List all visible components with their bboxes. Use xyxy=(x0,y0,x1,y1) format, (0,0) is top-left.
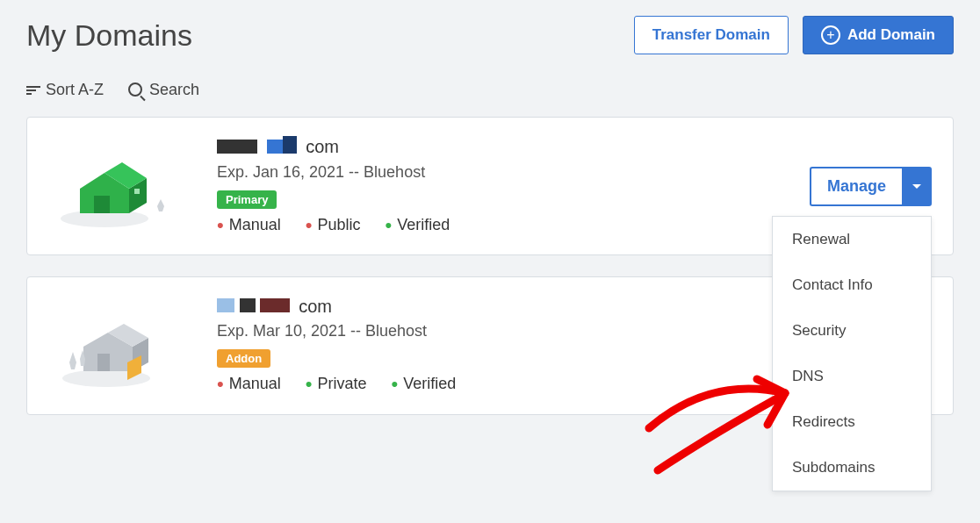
svg-rect-5 xyxy=(134,189,140,194)
domain-illustration xyxy=(48,293,182,398)
status-privacy: •Private xyxy=(306,373,367,396)
page-title: My Domains xyxy=(26,18,192,53)
sort-label: Sort A-Z xyxy=(46,81,104,99)
manage-button[interactable]: Manage xyxy=(810,167,902,206)
domain-expiry: Exp. Jan 16, 2021 -- Bluehost xyxy=(217,163,810,182)
domain-tld: com xyxy=(299,297,332,317)
search-icon xyxy=(128,82,144,98)
menu-contact-info[interactable]: Contact Info xyxy=(773,262,931,308)
svg-rect-11 xyxy=(97,354,110,371)
plus-circle-icon: + xyxy=(821,25,840,45)
search-label: Search xyxy=(149,81,199,99)
menu-dns[interactable]: DNS xyxy=(773,354,931,399)
add-domain-label: Add Domain xyxy=(847,26,935,44)
status-privacy: •Public xyxy=(306,214,361,237)
chevron-down-icon xyxy=(912,184,921,189)
search-button[interactable]: Search xyxy=(128,81,199,99)
sort-button[interactable]: Sort A-Z xyxy=(26,81,104,99)
primary-badge: Primary xyxy=(217,190,277,209)
menu-renewal[interactable]: Renewal xyxy=(773,217,931,262)
menu-redirects[interactable]: Redirects xyxy=(773,399,931,445)
menu-security[interactable]: Security xyxy=(773,308,931,354)
svg-marker-13 xyxy=(69,352,76,369)
redacted-name xyxy=(217,297,290,317)
redacted-name xyxy=(217,136,297,158)
sort-icon xyxy=(26,86,40,95)
menu-subdomains[interactable]: Subdomains xyxy=(773,445,931,491)
addon-badge: Addon xyxy=(217,349,270,368)
status-verified: •Verified xyxy=(385,214,450,237)
transfer-domain-button[interactable]: Transfer Domain xyxy=(634,16,789,54)
domain-tld: com xyxy=(306,137,339,157)
domain-illustration xyxy=(48,133,182,239)
manage-caret-button[interactable] xyxy=(902,167,932,206)
manage-dropdown: Renewal Contact Info Security DNS Redire… xyxy=(772,216,932,491)
status-verified: •Verified xyxy=(391,373,456,396)
status-renewal: •Manual xyxy=(217,214,281,237)
add-domain-button[interactable]: + Add Domain xyxy=(803,16,954,54)
svg-marker-6 xyxy=(157,199,164,211)
svg-rect-4 xyxy=(94,196,110,213)
domain-name-line: com xyxy=(217,136,810,158)
domain-card: com Exp. Jan 16, 2021 -- Bluehost Primar… xyxy=(26,117,954,255)
status-renewal: •Manual xyxy=(217,373,281,396)
